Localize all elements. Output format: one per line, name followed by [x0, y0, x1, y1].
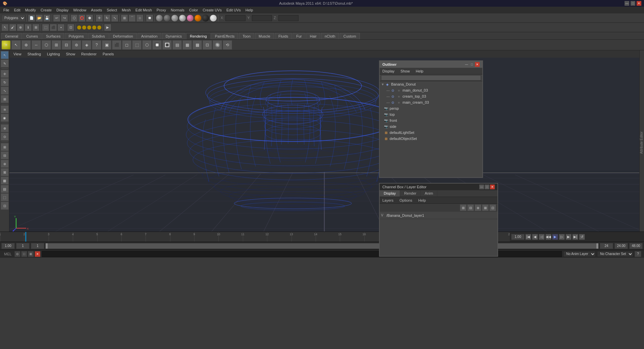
shelf-icon-13[interactable]: ◻ [122, 40, 131, 50]
grid-btn[interactable]: ⊞ [32, 24, 40, 31]
tab-toon[interactable]: Toon [239, 33, 254, 39]
menu-proxy[interactable]: Proxy [155, 7, 168, 13]
info-btn[interactable]: ℹ [24, 24, 32, 31]
snap-grid-btn[interactable]: ⊞ [121, 14, 128, 22]
outliner-item-cream-top[interactable]: — ⊙ ○ cream_top_03 [380, 93, 482, 99]
tab-custom[interactable]: Custom [340, 33, 360, 39]
tab-rendering[interactable]: Rendering [186, 33, 211, 39]
menu-display[interactable]: Display [54, 7, 70, 13]
range-handle-right[interactable] [596, 243, 598, 249]
maximize-button[interactable]: □ [631, 1, 635, 6]
shelf-icon-19[interactable]: ▦ [182, 40, 192, 50]
tab-general[interactable]: General [1, 33, 22, 39]
menu-create[interactable]: Create [39, 7, 54, 13]
mel-close-btn[interactable]: ✕ [35, 251, 41, 257]
tab-fluids[interactable]: Fluids [275, 33, 292, 39]
prev-key-btn[interactable]: ◁ [539, 234, 545, 240]
tab-dynamics[interactable]: Dynamics [162, 33, 185, 39]
menu-window[interactable]: Window [71, 7, 88, 13]
snap-point-btn[interactable]: ⊹ [136, 14, 144, 22]
outliner-close-btn[interactable]: ✕ [475, 62, 480, 67]
viewport[interactable]: View Shading Lighting Show Renderer Pane… [9, 50, 639, 232]
sphere5-btn[interactable] [186, 14, 194, 22]
move-tool-btn[interactable]: ✛ [1, 70, 9, 78]
sphere6-btn[interactable] [194, 14, 202, 22]
tab-polygons[interactable]: Polygons [65, 33, 87, 39]
undo-btn[interactable]: ↩ [53, 14, 60, 22]
mel-btn3[interactable]: ⊞ [28, 251, 34, 257]
attribute-editor-strip[interactable]: Attribute Editor [639, 50, 644, 232]
render-region-btn[interactable]: ⬚ [1, 193, 9, 201]
paint2-btn[interactable]: 🖌 [9, 24, 16, 31]
select-tool-btn[interactable]: ↖ [1, 51, 9, 59]
tab-curves[interactable]: Curves [22, 33, 42, 39]
iso-btn[interactable]: ⊡ [67, 24, 74, 31]
y-coord-input[interactable] [252, 15, 272, 21]
tab-deformation[interactable]: Deformation [109, 33, 137, 39]
viewport-canvas[interactable]: .wf { fill: none; stroke: #2244bb; strok… [9, 58, 639, 232]
multi-btn1[interactable]: ⊞ [1, 143, 9, 151]
yellow-light5[interactable] [97, 25, 102, 30]
next-key-btn[interactable]: ▷ [559, 234, 565, 240]
range-handle-left[interactable] [46, 243, 48, 249]
range-end2-input[interactable] [614, 243, 628, 249]
outliner-item-banana-donut[interactable]: ▼ ◈ Banana_Donut [380, 81, 482, 87]
range-start-input[interactable] [1, 243, 15, 249]
menu-assets[interactable]: Assets [89, 7, 104, 13]
menu-edit-mesh[interactable]: Edit Mesh [133, 7, 154, 13]
layer-tool-1[interactable]: ⊞ [460, 204, 467, 211]
paint-select-btn[interactable]: ✎ [1, 59, 9, 67]
outliner-menu-display[interactable]: Display [381, 68, 396, 74]
shelf-icon-20[interactable]: ▩ [193, 40, 202, 50]
menu-modify[interactable]: Modify [23, 7, 38, 13]
shelf-icon-23[interactable]: ⟲ [223, 40, 232, 50]
outliner-search-input[interactable] [381, 75, 481, 81]
transform-tool-btn[interactable]: ⊞ [1, 95, 9, 103]
shelf-icon-18[interactable]: ▤ [172, 40, 182, 50]
smooth-btn[interactable]: ⬛ [50, 24, 57, 31]
camera-tools-btn[interactable]: ⊕ [1, 124, 9, 132]
sculpt-btn[interactable]: ◉ [1, 114, 9, 122]
tab-subdivs[interactable]: Subdivs [88, 33, 109, 39]
play-fwd-btn[interactable]: ▶ [552, 234, 558, 240]
snap2-btn[interactable]: ⊕ [17, 24, 24, 31]
outliner-item-default-object-set[interactable]: ⊞ defaultObjectSet [380, 136, 482, 142]
soft-mod-btn[interactable]: ≋ [1, 105, 9, 113]
multi-btn4[interactable]: ⊠ [1, 168, 9, 176]
lc-close-btn[interactable]: ✕ [490, 185, 495, 189]
sphere4-btn[interactable] [179, 14, 186, 22]
yellow-light2[interactable] [82, 25, 87, 30]
sphere-btn[interactable] [156, 14, 163, 22]
menu-edit[interactable]: Edit [12, 7, 22, 13]
menu-select[interactable]: Select [105, 7, 119, 13]
flatshade-btn[interactable]: ▪ [57, 24, 65, 31]
close-button[interactable]: ✕ [637, 1, 641, 6]
yellow-light4[interactable] [92, 25, 97, 30]
lc-tab-render[interactable]: Render [400, 190, 421, 197]
redo-btn[interactable]: ↪ [61, 14, 68, 22]
anim-layer-dropdown[interactable]: No Anim Layer [563, 251, 596, 257]
viewport-menu-shading[interactable]: Shading [26, 51, 42, 57]
layer-row-banana[interactable]: V /Banana_Donut_layer1 [380, 212, 497, 219]
z-coord-input[interactable] [278, 15, 299, 21]
outliner-minimize-btn[interactable]: — [464, 62, 469, 67]
outliner-titlebar[interactable]: Outliner — □ ✕ [380, 61, 482, 68]
tab-ncloth[interactable]: nCloth [321, 33, 339, 39]
viewport-menu-lighting[interactable]: Lighting [46, 51, 61, 57]
show-manip-btn[interactable]: ⊙ [1, 133, 9, 141]
yellow-light3[interactable] [87, 25, 92, 30]
shelf-icon-15[interactable]: ⬡ [142, 40, 152, 50]
play-back-btn[interactable]: ◀◀ [545, 234, 551, 240]
more-btn[interactable]: ▶ [104, 24, 111, 31]
shelf-icon-16[interactable]: 🔲 [152, 40, 162, 50]
current-frame-input[interactable] [511, 234, 525, 240]
range-bar[interactable] [46, 243, 598, 249]
shelf-icon-10[interactable]: ? [92, 40, 101, 50]
outliner-maximize-btn[interactable]: □ [470, 62, 474, 67]
outliner-item-default-light-set[interactable]: ⊞ defaultLightSet [380, 130, 482, 136]
outliner-menu-show[interactable]: Show [399, 68, 411, 74]
rotate-tool-btn[interactable]: ↻ [1, 78, 9, 86]
mel-btn2[interactable]: □ [21, 251, 27, 257]
shelf-icon-14[interactable]: ⬚ [132, 40, 142, 50]
new-scene-btn[interactable]: 📄 [28, 14, 35, 22]
